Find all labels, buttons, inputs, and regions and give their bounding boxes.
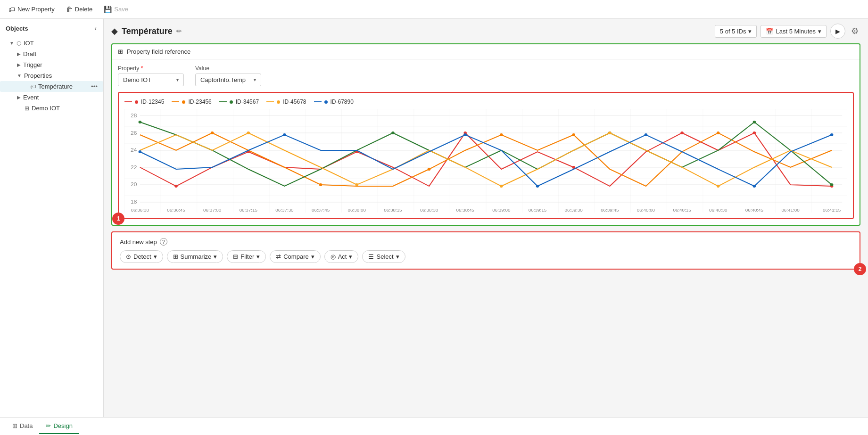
settings-button[interactable]: ⚙ (849, 24, 860, 38)
filter-button[interactable]: ⊟ Filter ▾ (227, 250, 266, 263)
sidebar-item-iot[interactable]: ▼ ⬡ IOT (0, 38, 103, 49)
svg-point-13 (174, 185, 178, 188)
svg-text:06:40:30: 06:40:30 (709, 207, 727, 212)
svg-text:06:39:45: 06:39:45 (601, 207, 619, 212)
sidebar-collapse-button[interactable]: ‹ (93, 24, 98, 33)
new-property-button[interactable]: 🏷 New Property (4, 3, 59, 16)
tab-data[interactable]: ⊞ Data (6, 419, 39, 434)
delete-button[interactable]: 🗑 Delete (61, 3, 98, 16)
table-icon: ⊞ (25, 105, 29, 112)
tag-icon: 🏷 (8, 6, 15, 13)
svg-point-35 (608, 131, 612, 134)
chevron-down-icon: ▾ (748, 28, 752, 35)
svg-text:20: 20 (131, 181, 137, 187)
svg-text:18: 18 (131, 199, 137, 204)
detect-label: Detect (133, 253, 151, 260)
field-row: Property * Demo IOT ▾ Value CaptorI (118, 65, 854, 86)
svg-text:06:37:45: 06:37:45 (312, 207, 330, 212)
svg-point-39 (463, 133, 467, 136)
svg-point-28 (391, 131, 395, 134)
svg-point-36 (717, 185, 720, 188)
summarize-button[interactable]: ⊞ Summarize ▾ (167, 250, 223, 263)
required-mark: * (141, 65, 143, 72)
sidebar-item-draft[interactable]: ▶ Draft (0, 49, 103, 59)
svg-point-32 (247, 131, 250, 134)
sidebar-item-temperature[interactable]: 🏷 Température ••• (0, 81, 103, 92)
value-field-group: Value CaptorInfo.Temp ▾ (195, 65, 261, 86)
legend-dot-4 (277, 100, 280, 104)
ids-label: 5 of 5 IDs (720, 28, 746, 35)
svg-text:06:36:30: 06:36:30 (131, 207, 149, 212)
sidebar-item-event[interactable]: ▶ Event (0, 92, 103, 103)
legend-dot-1 (135, 100, 138, 104)
chevron-down-icon: ▾ (818, 28, 821, 35)
chevron-right-icon: ▶ (17, 62, 21, 67)
header-controls: 5 of 5 IDs ▾ 📅 Last 5 Minutes ▾ ▶ ⚙ (715, 24, 860, 39)
svg-point-34 (500, 185, 503, 188)
edit-title-button[interactable]: ✏ (176, 27, 182, 35)
value-dropdown[interactable]: CaptorInfo.Temp ▾ (195, 74, 261, 86)
svg-point-43 (830, 133, 834, 136)
legend-label-1: ID-12345 (141, 98, 164, 105)
svg-point-33 (355, 183, 358, 186)
svg-text:22: 22 (131, 164, 137, 170)
compare-button[interactable]: ⇄ Compare ▾ (270, 250, 320, 263)
svg-point-22 (319, 183, 322, 186)
sidebar-item-label: Properties (24, 72, 52, 79)
select-icon: ☰ (368, 253, 374, 260)
play-button[interactable]: ▶ (830, 24, 845, 39)
legend-dot-3 (230, 100, 233, 104)
save-icon: 💾 (104, 6, 112, 13)
svg-text:06:36:45: 06:36:45 (167, 207, 185, 212)
tab-design[interactable]: ✏ Design (39, 419, 79, 434)
svg-point-38 (283, 133, 286, 136)
legend-item-4: ID-45678 (266, 98, 306, 105)
cube-icon: ⬡ (17, 40, 21, 47)
tag-icon: 🏷 (30, 83, 36, 90)
chevron-down-icon: ▾ (396, 253, 399, 260)
legend-label-2: ID-23456 (188, 98, 211, 105)
legend-dot-2 (182, 100, 185, 104)
sidebar-item-trigger[interactable]: ▶ Trigger (0, 59, 103, 70)
summarize-label: Summarize (181, 253, 212, 260)
chart-container: ID-12345 ID-23456 ID-34567 (118, 92, 854, 219)
add-step-panel: Add new step ? ⊙ Detect ▾ ⊞ Summarize ▾ (111, 231, 860, 270)
property-label: Property * (118, 65, 184, 72)
sidebar-item-demo-iot[interactable]: ⊞ Demo IOT (0, 103, 103, 114)
legend-dot-5 (324, 100, 328, 104)
legend-line-2 (172, 101, 179, 102)
svg-text:24: 24 (131, 147, 137, 152)
act-button[interactable]: ◎ Act ▾ (324, 250, 359, 263)
main-layout: Objects ‹ ▼ ⬡ IOT ▶ Draft ▶ Trigger ▼ Pr… (0, 19, 868, 417)
time-dropdown[interactable]: 📅 Last 5 Minutes ▾ (761, 25, 827, 38)
svg-point-18 (680, 131, 684, 134)
chart-svg: 28 26 24 22 20 18 (124, 109, 847, 213)
filter-label: Filter (240, 253, 254, 260)
calendar-icon: 📅 (766, 28, 773, 35)
sidebar-item-label: Température (38, 83, 73, 90)
svg-text:06:41:00: 06:41:00 (781, 207, 799, 212)
content-area: ◆ Température ✏ 5 of 5 IDs ▾ 📅 Last 5 Mi… (104, 19, 868, 417)
save-button[interactable]: 💾 Save (99, 3, 133, 16)
svg-text:06:39:15: 06:39:15 (529, 207, 546, 212)
detect-button[interactable]: ⊙ Detect ▾ (120, 250, 163, 263)
legend-line-5 (314, 101, 322, 102)
select-button[interactable]: ☰ Select ▾ (362, 250, 405, 263)
page-title: Température (122, 26, 173, 36)
property-dropdown[interactable]: Demo IOT ▾ (118, 74, 184, 86)
ids-dropdown[interactable]: 5 of 5 IDs ▾ (715, 25, 757, 38)
select-label: Select (376, 253, 393, 260)
summarize-icon: ⊞ (173, 253, 178, 260)
trash-icon: 🗑 (66, 6, 73, 13)
svg-text:06:37:30: 06:37:30 (275, 207, 293, 212)
step-badge-1: 1 (112, 213, 124, 225)
legend-line-4 (266, 101, 274, 102)
sidebar-item-label: IOT (24, 40, 34, 47)
chevron-down-icon: ▾ (311, 253, 314, 260)
svg-point-27 (139, 121, 142, 123)
legend-label-4: ID-45678 (283, 98, 306, 105)
item-dots-button[interactable]: ••• (89, 83, 99, 90)
sidebar-item-properties[interactable]: ▼ Properties (0, 70, 103, 81)
info-icon: ? (160, 238, 167, 246)
svg-text:06:38:00: 06:38:00 (348, 207, 366, 212)
